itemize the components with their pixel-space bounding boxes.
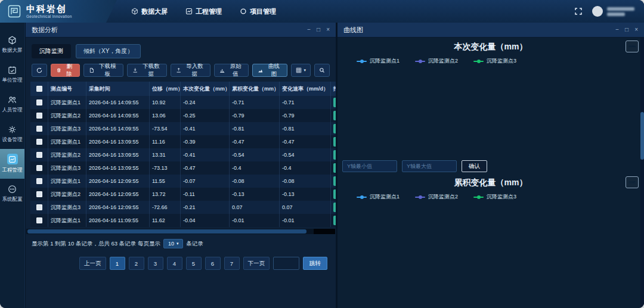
legend-item[interactable]: 沉降监测点3 xyxy=(473,57,516,65)
row-checkbox[interactable] xyxy=(36,191,42,197)
cell: -0.01 xyxy=(280,214,331,227)
row-checkbox[interactable] xyxy=(36,99,42,105)
close-icon[interactable]: × xyxy=(634,27,638,33)
table-row[interactable]: 沉降监测点22026-04-16 13:09:5513.31-0.41-0.54… xyxy=(30,148,336,161)
download-template-button[interactable]: 下载模板 xyxy=(83,64,123,77)
close-icon[interactable]: × xyxy=(326,27,330,33)
tab-1[interactable]: 沉降监测 xyxy=(32,44,71,58)
vscroll-thumb[interactable] xyxy=(640,112,644,160)
table-row[interactable]: 沉降监测点22026-04-16 14:09:5513.06-0.25-0.79… xyxy=(30,109,336,122)
page-size-select[interactable]: 10 ▾ xyxy=(163,239,184,248)
raw-value-button[interactable]: 原始值 xyxy=(214,64,249,77)
page-button-4[interactable]: 4 xyxy=(167,257,182,270)
minimize-icon[interactable]: − xyxy=(615,27,619,33)
tab-2[interactable]: 倾斜（XY，角度） xyxy=(76,44,141,58)
legend-item[interactable]: 沉降监测点3 xyxy=(473,193,516,201)
page-button-2[interactable]: 2 xyxy=(129,257,144,270)
table-row[interactable]: 沉降监测点12026-04-16 12:09:5511.55-0.07-0.08… xyxy=(30,175,336,188)
horizontal-scrollbar[interactable] xyxy=(26,229,335,234)
table-row[interactable]: 沉降监测点32026-04-16 14:09:55-73.54-0.41-0.8… xyxy=(30,122,336,135)
curve-chart-panel: 曲线图 − □ × 本次变化量（mm） 0.50.250-0.25-0.5-0.… xyxy=(338,23,644,308)
table-row[interactable]: 沉降监测点32026-04-16 13:09:55-73.13-0.47-0.4… xyxy=(30,161,336,175)
row-checkbox[interactable] xyxy=(36,165,42,171)
cell: -72.66 xyxy=(150,201,181,214)
page-button-6[interactable]: 6 xyxy=(205,257,221,270)
row-checkbox[interactable] xyxy=(36,139,42,145)
cell: 13.72 xyxy=(150,188,181,201)
search-button[interactable] xyxy=(314,64,330,77)
sidebar-item-3[interactable]: 人员管理 xyxy=(0,89,24,119)
cell: 11.16 xyxy=(150,135,181,148)
chart-toolbox-button[interactable]: 0.50.250-0.25-0.5-0.7504-1504-1604-1604-… xyxy=(626,41,639,52)
cell: 沉降监测点2 xyxy=(48,188,86,201)
sidebar-item-1[interactable]: 数据大屏 xyxy=(0,30,24,60)
prev-page-button[interactable]: 上一页 xyxy=(79,257,106,270)
refresh-button[interactable] xyxy=(32,64,47,77)
chart-toolbox-button[interactable]: 0.50-0.5-1 xyxy=(626,176,639,188)
hscroll-thumb[interactable] xyxy=(27,229,306,234)
page-button-7[interactable]: 7 xyxy=(224,257,240,270)
fullscreen-icon[interactable] xyxy=(574,7,583,15)
minimize-icon[interactable]: − xyxy=(307,27,311,33)
page-button-5[interactable]: 5 xyxy=(186,257,202,270)
nav-item-2[interactable]: 工程管理 xyxy=(185,7,222,16)
row-select-cell xyxy=(30,135,48,148)
nav-item-3[interactable]: 项目管理 xyxy=(240,7,276,16)
row-checkbox[interactable] xyxy=(36,204,42,210)
cell: 2026-04-16 12:09:55 xyxy=(86,201,150,214)
page-button-1[interactable]: 1 xyxy=(110,257,125,270)
table-row[interactable]: 沉降监测点22026-04-16 12:09:5513.72-0.11-0.13… xyxy=(30,188,336,201)
columns-dropdown-button[interactable]: ▾ xyxy=(291,64,311,77)
page-button-3[interactable]: 3 xyxy=(148,257,163,270)
avatar[interactable] xyxy=(592,6,603,17)
sidebar-item-4[interactable]: 设备管理 xyxy=(0,119,24,149)
cell: 沉降监测点1 xyxy=(48,135,86,148)
import-data-button[interactable]: 导入数据 xyxy=(171,64,210,77)
curve-chart-button[interactable]: 曲线图 xyxy=(252,64,287,77)
sidebar-item-2[interactable]: 单位管理 xyxy=(0,60,24,89)
download-data-button[interactable]: 下载数据 xyxy=(127,64,167,77)
y-min-input[interactable] xyxy=(342,160,397,172)
screen-icon xyxy=(131,8,138,15)
y-max-input[interactable] xyxy=(402,160,457,172)
series-line xyxy=(629,46,636,46)
vertical-scrollbar[interactable] xyxy=(640,37,644,308)
logo-maze-icon xyxy=(8,5,21,18)
cell: 11.55 xyxy=(150,175,181,188)
status-badge: 正常 xyxy=(333,150,336,160)
column-header: 测点编号 xyxy=(48,82,86,96)
data-analysis-panel: 数据分析 − □ × 沉降监测倾斜（XY，角度） 删除 下载模板 下载数据 xyxy=(26,23,336,308)
nav-item-1[interactable]: 数据大屏 xyxy=(131,7,168,16)
status-badge: 正常 xyxy=(333,98,336,107)
legend-item[interactable]: 沉降监测点2 xyxy=(415,193,458,201)
table-row[interactable]: 沉降监测点12026-04-16 11:09:5511.62-0.04-0.01… xyxy=(30,214,336,227)
legend-item[interactable]: 沉降监测点1 xyxy=(357,57,400,65)
sidebar-item-6[interactable]: 系统配置 xyxy=(0,179,24,209)
table-row[interactable]: 沉降监测点32026-04-16 12:09:55-72.66-0.210.07… xyxy=(30,201,336,214)
legend-item[interactable]: 沉降监测点1 xyxy=(357,193,400,201)
delete-button[interactable]: 删除 xyxy=(51,64,80,77)
row-checkbox[interactable] xyxy=(36,152,42,158)
row-checkbox[interactable] xyxy=(36,126,42,132)
maximize-icon[interactable]: □ xyxy=(625,27,628,33)
row-checkbox[interactable] xyxy=(36,178,42,184)
legend-item[interactable]: 沉降监测点2 xyxy=(415,57,458,65)
table-row[interactable]: 沉降监测点12026-04-16 14:09:5510.92-0.24-0.71… xyxy=(30,96,336,109)
cell: 沉降监测点3 xyxy=(48,161,86,175)
user-box[interactable] xyxy=(592,6,634,17)
jump-button[interactable]: 跳转 xyxy=(303,257,327,270)
table-row[interactable]: 沉降监测点12026-04-16 13:09:5511.16-0.39-0.47… xyxy=(30,135,336,148)
confirm-button[interactable]: 确认 xyxy=(462,160,487,172)
alarm-cell: 正常 xyxy=(331,201,336,214)
cell: -0.25 xyxy=(181,109,230,122)
next-page-button[interactable]: 下一页 xyxy=(243,257,270,270)
sidebar-item-5[interactable]: 工程管理 xyxy=(0,149,24,179)
cell: 沉降监测点3 xyxy=(48,201,86,214)
jump-page-input[interactable] xyxy=(273,257,299,270)
cell: 13.06 xyxy=(150,109,181,122)
maximize-icon[interactable]: □ xyxy=(317,27,320,33)
row-checkbox[interactable] xyxy=(36,113,42,119)
row-checkbox[interactable] xyxy=(36,217,42,223)
people-icon xyxy=(8,95,17,104)
select-all-checkbox[interactable] xyxy=(36,86,42,92)
